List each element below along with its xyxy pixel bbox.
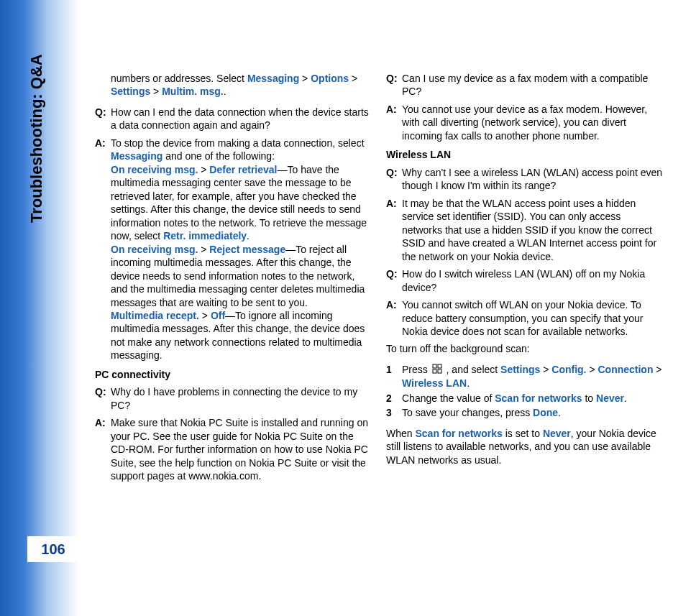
section-wireless-lan: Wireless LAN — [386, 148, 663, 161]
qa-question: Q: Why can't I see a wireless LAN (WLAN)… — [386, 166, 663, 193]
text: To save your changes, press — [402, 407, 533, 418]
keyword-never: Never — [543, 428, 571, 439]
text: and one of the following: — [162, 150, 275, 162]
text: is set to — [503, 428, 543, 439]
q-body: Can I use my device as a fax modem with … — [402, 72, 663, 98]
item-text: Press , and select Settings > Config. > … — [402, 363, 663, 390]
a-label: A: — [386, 197, 402, 263]
text: > — [299, 73, 311, 84]
keyword-on-receiving-msg: On receiving msg. — [111, 164, 198, 175]
text: . — [247, 230, 249, 242]
keyword-wireless-lan: Wireless LAN — [402, 377, 467, 389]
text: . — [558, 407, 561, 418]
text: , and select — [444, 364, 500, 375]
keyword-retr-immediately: Retr. immediately — [163, 230, 247, 242]
text: > — [349, 73, 357, 84]
a-body: You cannot use your device as a fax mode… — [402, 103, 663, 142]
text: > — [198, 244, 209, 255]
q-label: Q: — [386, 267, 402, 294]
item-text: To save your changes, press Done. — [402, 406, 663, 419]
text: > — [587, 364, 598, 375]
menu-key-icon — [432, 364, 442, 377]
qa-question: Q: Can I use my device as a fax modem wi… — [386, 72, 663, 98]
column-left: numbers or addresses. Select Messaging >… — [95, 72, 372, 487]
text: . — [624, 392, 627, 404]
column-right: Q: Can I use my device as a fax modem wi… — [386, 72, 663, 487]
keyword-on-receiving-msg: On receiving msg. — [111, 244, 198, 255]
text: > — [540, 364, 551, 375]
text: When — [386, 428, 415, 439]
text: . — [224, 86, 226, 97]
keyword-reject-message: Reject message — [209, 244, 285, 255]
sidebar-title: Troubleshooting: Q&A — [27, 54, 46, 223]
closing-paragraph: When Scan for networks is set to Never, … — [386, 427, 663, 466]
keyword-scan-for-networks: Scan for networks — [415, 428, 502, 439]
keyword-scan-for-networks: Scan for networks — [495, 392, 582, 404]
qa-question: Q: How can I end the data connection whe… — [95, 106, 372, 132]
q-body: Why can't I see a wireless LAN (WLAN) ac… — [402, 166, 663, 193]
a-label: A: — [386, 298, 402, 338]
list-item: 2 Change the value of Scan for networks … — [386, 392, 663, 405]
keyword-done: Done — [533, 407, 558, 418]
keyword-defer-retrieval: Defer retrieval — [209, 164, 277, 175]
q-label: Q: — [386, 166, 402, 193]
keyword-settings: Settings — [500, 364, 540, 375]
qa-answer: A: To stop the device from making a data… — [95, 137, 372, 362]
page-number: 106 — [41, 541, 65, 558]
a-body: To stop the device from making a data co… — [111, 137, 372, 362]
q-label: Q: — [386, 72, 402, 98]
a-body: You cannot switch off WLAN on your Nokia… — [402, 298, 663, 338]
sidebar: Troubleshooting: Q&A 106 — [0, 0, 79, 616]
item-text: Change the value of Scan for networks to… — [402, 392, 663, 405]
q-label: Q: — [95, 106, 111, 132]
text: Change the value of — [402, 392, 495, 404]
keyword-off: Off — [211, 310, 225, 321]
q-body: Why do I have problems in connecting the… — [111, 385, 372, 412]
keyword-never: Never — [596, 392, 624, 404]
text: > — [150, 86, 162, 97]
qa-answer: A: It may be that the WLAN access point … — [386, 197, 663, 263]
svg-rect-2 — [433, 369, 436, 373]
list-item: 3 To save your changes, press Done. — [386, 406, 663, 419]
q-body: How can I end the data connection when t… — [111, 106, 372, 132]
text: Press — [402, 364, 431, 375]
list-item: 1 Press , and select Settings > Config. … — [386, 363, 663, 390]
a-label: A: — [386, 103, 402, 142]
text: > — [198, 164, 209, 175]
svg-rect-0 — [433, 364, 436, 368]
text: > — [653, 364, 661, 375]
svg-rect-1 — [438, 364, 441, 368]
text: To stop the device from making a data co… — [111, 137, 365, 149]
section-pc-connectivity: PC connectivity — [95, 368, 372, 381]
keyword-config: Config. — [551, 364, 586, 375]
item-number: 3 — [386, 406, 402, 419]
keyword-messaging: Messaging — [247, 73, 299, 84]
keyword-multim-msg: Multim. msg. — [162, 86, 224, 97]
q-label: Q: — [95, 385, 111, 412]
page-number-box: 106 — [27, 536, 79, 562]
qa-answer: A: You cannot use your device as a fax m… — [386, 103, 663, 142]
a-body: Make sure that Nokia PC Suite is install… — [111, 416, 372, 482]
qa-question: Q: Why do I have problems in connecting … — [95, 385, 372, 412]
keyword-settings: Settings — [111, 86, 150, 97]
page-content: numbers or addresses. Select Messaging >… — [95, 72, 663, 487]
qa-answer: A: Make sure that Nokia PC Suite is inst… — [95, 416, 372, 482]
text: numbers or addresses. Select — [111, 73, 247, 84]
text: to — [582, 392, 596, 404]
keyword-multimedia-recept: Multimedia recept. — [111, 310, 199, 321]
svg-rect-3 — [438, 369, 441, 373]
item-number: 1 — [386, 363, 402, 390]
item-number: 2 — [386, 392, 402, 405]
scan-intro: To turn off the background scan: — [386, 342, 663, 355]
text: . — [467, 377, 470, 389]
a-body: It may be that the WLAN access point use… — [402, 197, 663, 263]
intro-paragraph: numbers or addresses. Select Messaging >… — [95, 72, 372, 98]
numbered-list: 1 Press , and select Settings > Config. … — [386, 363, 663, 420]
a-label: A: — [95, 416, 111, 482]
a-label: A: — [95, 137, 111, 362]
keyword-messaging: Messaging — [111, 150, 162, 162]
q-body: How do I switch wireless LAN (WLAN) off … — [402, 267, 663, 294]
qa-question: Q: How do I switch wireless LAN (WLAN) o… — [386, 267, 663, 294]
keyword-connection: Connection — [598, 364, 653, 375]
qa-answer: A: You cannot switch off WLAN on your No… — [386, 298, 663, 338]
